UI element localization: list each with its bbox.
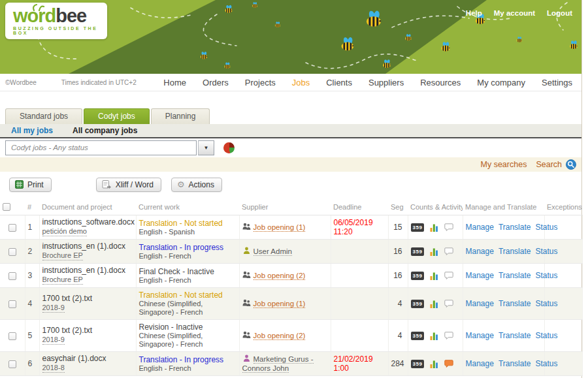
- comment-icon[interactable]: [444, 332, 453, 339]
- project-link[interactable]: Brochure EP: [42, 276, 83, 285]
- translate-link[interactable]: Translate: [498, 223, 531, 232]
- comment-icon[interactable]: [444, 223, 453, 231]
- document-name: 1700 txt (2).txt: [42, 294, 133, 303]
- manage-link[interactable]: Manage: [466, 271, 494, 280]
- nav-item-suppliers[interactable]: Suppliers: [368, 78, 404, 87]
- col-document[interactable]: Document and project: [39, 198, 136, 215]
- search-icon[interactable]: [566, 159, 576, 170]
- project-link[interactable]: petición demo: [42, 227, 88, 236]
- chevron-down-icon[interactable]: ▼: [198, 140, 214, 155]
- pie-chart-icon[interactable]: [223, 142, 235, 153]
- comment-icon[interactable]: [444, 360, 453, 368]
- nav-item-resources[interactable]: Resources: [420, 78, 461, 87]
- search-strip: My searches Search: [0, 157, 581, 172]
- project-link[interactable]: 2018-8: [42, 364, 65, 373]
- help-link[interactable]: Help: [466, 9, 482, 17]
- project-link[interactable]: 2018-9: [42, 304, 65, 313]
- status-link[interactable]: Status: [535, 331, 557, 340]
- status-link[interactable]: Status: [535, 299, 557, 308]
- supplier-link[interactable]: Job opening (1): [253, 223, 306, 232]
- row-checkbox[interactable]: [8, 300, 16, 308]
- manage-link[interactable]: Manage: [466, 299, 494, 308]
- row-checkbox[interactable]: [8, 360, 16, 368]
- status-link[interactable]: Status: [535, 271, 557, 280]
- project-link[interactable]: Brochure EP: [42, 251, 83, 260]
- nav-item-clients[interactable]: Clients: [326, 78, 352, 87]
- translate-link[interactable]: Translate: [498, 247, 531, 256]
- all-my-jobs-link[interactable]: All my jobs: [11, 126, 53, 135]
- nav-item-home[interactable]: Home: [163, 78, 186, 87]
- status-link[interactable]: Status: [535, 359, 557, 368]
- supplier-link[interactable]: Job opening (2): [253, 272, 306, 280]
- work-status: Translation - Not started: [139, 291, 237, 300]
- my-searches-link[interactable]: My searches: [481, 160, 527, 169]
- activity-chart-icon[interactable]: [430, 272, 438, 280]
- activity-chart-icon[interactable]: [430, 223, 438, 232]
- row-checkbox[interactable]: [8, 224, 16, 232]
- wordbee-logo[interactable]: wordbee BUZZING OUTSIDE THE BOX: [5, 3, 107, 39]
- supplier-icon: [242, 299, 251, 307]
- col-supplier[interactable]: Supplier: [239, 198, 331, 215]
- translate-link[interactable]: Translate: [498, 359, 531, 368]
- search-link[interactable]: Search: [536, 160, 562, 169]
- translate-link[interactable]: Translate: [498, 299, 531, 308]
- col-seg[interactable]: Seg: [388, 198, 408, 215]
- row-checkbox[interactable]: [8, 248, 16, 256]
- nav-item-projects[interactable]: Projects: [245, 78, 276, 87]
- status-link[interactable]: Status: [535, 223, 557, 232]
- row-checkbox[interactable]: [8, 272, 16, 280]
- activity-chart-icon[interactable]: [430, 332, 438, 340]
- print-button[interactable]: Print: [9, 178, 52, 192]
- supplier-link[interactable]: User Admin: [253, 247, 292, 256]
- comment-icon[interactable]: [444, 272, 453, 279]
- comment-icon[interactable]: [444, 247, 453, 255]
- wordcount-badge[interactable]: 359: [411, 247, 425, 256]
- my-account-link[interactable]: My account: [494, 9, 535, 17]
- translate-link[interactable]: Translate: [498, 331, 531, 340]
- col-current-work[interactable]: Current work: [136, 198, 239, 215]
- project-link[interactable]: 2018-9: [42, 336, 65, 345]
- status-link[interactable]: Status: [535, 247, 557, 256]
- wordcount-badge[interactable]: 359: [411, 223, 425, 232]
- col-deadline[interactable]: Deadline: [331, 198, 388, 215]
- view-subnav: All my jobs All company jobs: [0, 124, 581, 138]
- work-status: Translation - Not started: [139, 219, 237, 228]
- activity-chart-icon[interactable]: [430, 300, 438, 308]
- deadline-text: 06/05/2019 11:20: [331, 215, 388, 240]
- wordcount-badge[interactable]: 359: [411, 300, 425, 308]
- status-filter-value[interactable]: Codyt jobs - Any status: [5, 140, 197, 155]
- nav-item-jobs[interactable]: Jobs: [292, 78, 310, 87]
- manage-link[interactable]: Manage: [466, 223, 494, 232]
- actions-button[interactable]: ⚙ Actions: [171, 178, 222, 192]
- jobs-table: # Document and project Current work Supp…: [0, 198, 583, 376]
- comment-icon[interactable]: [444, 300, 453, 307]
- xliff-word-button[interactable]: Xliff / Word: [96, 178, 161, 192]
- wordcount-badge[interactable]: 359: [411, 332, 425, 340]
- supplier-link[interactable]: Job opening (1): [253, 300, 306, 308]
- document-name: easychair (1).docx: [42, 354, 133, 363]
- tab-standard-jobs[interactable]: Standard jobs: [5, 108, 82, 124]
- logout-link[interactable]: Logout: [547, 9, 572, 17]
- row-checkbox[interactable]: [8, 332, 16, 340]
- nav-item-orders[interactable]: Orders: [203, 78, 229, 87]
- all-company-jobs-link[interactable]: All company jobs: [73, 126, 137, 135]
- language-pair: English - French: [139, 252, 237, 260]
- wordcount-badge[interactable]: 359: [411, 360, 425, 368]
- activity-chart-icon[interactable]: [430, 360, 438, 368]
- manage-link[interactable]: Manage: [466, 247, 494, 256]
- tab-codyt-jobs[interactable]: Codyt jobs: [84, 108, 150, 124]
- wordcount-badge[interactable]: 359: [411, 272, 425, 280]
- manage-link[interactable]: Manage: [466, 331, 494, 340]
- nav-item-my-company[interactable]: My company: [477, 78, 525, 87]
- manage-link[interactable]: Manage: [466, 359, 494, 368]
- deadline-text: [331, 264, 388, 288]
- translate-link[interactable]: Translate: [498, 271, 531, 280]
- select-all-checkbox[interactable]: [3, 203, 10, 211]
- supplier-link[interactable]: Marketing Gurus - Connors John: [242, 355, 314, 373]
- tab-planning[interactable]: Planning: [151, 108, 210, 124]
- row-number: 3: [25, 264, 39, 288]
- status-filter-combobox[interactable]: Codyt jobs - Any status ▼: [5, 140, 214, 155]
- activity-chart-icon[interactable]: [430, 247, 438, 256]
- nav-item-settings[interactable]: Settings: [542, 78, 572, 87]
- supplier-link[interactable]: Job opening (2): [253, 332, 306, 340]
